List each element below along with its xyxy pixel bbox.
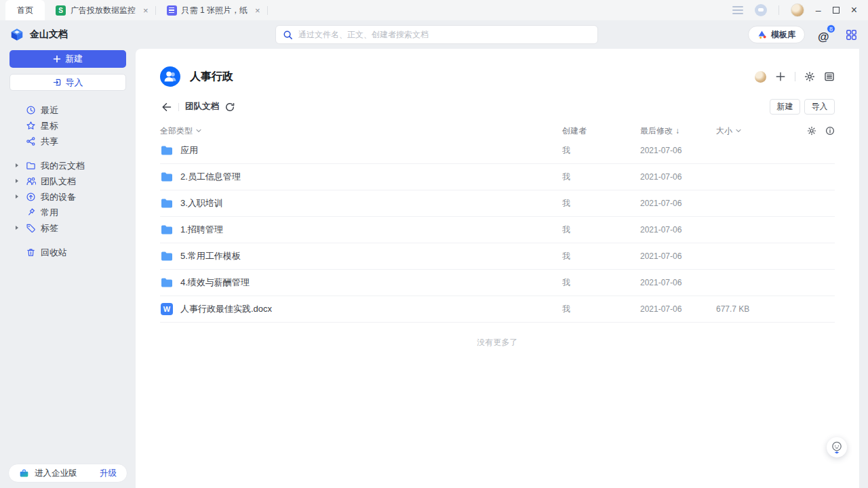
doc-icon bbox=[167, 5, 177, 16]
type-filter[interactable]: 全部类型 bbox=[160, 125, 193, 137]
sidebar-item[interactable]: 标签 bbox=[0, 220, 136, 236]
row-size: 677.7 KB bbox=[716, 304, 794, 314]
close-tab-icon[interactable]: × bbox=[255, 5, 260, 16]
close-button[interactable]: × bbox=[851, 5, 857, 16]
tab-writer-doc[interactable]: 只需 1 张照片，纸 × bbox=[156, 0, 267, 20]
breadcrumb[interactable]: 团队文档 bbox=[185, 101, 219, 113]
column-modified[interactable]: 最后修改 bbox=[640, 125, 673, 137]
tab-spreadsheet-doc[interactable]: S 广告投放数据监控 × bbox=[45, 0, 155, 20]
brand: 金山文档 bbox=[9, 20, 68, 49]
tag-icon bbox=[26, 223, 36, 233]
sidebar-item-label: 最近 bbox=[41, 104, 58, 117]
row-modified: 2021-07-06 bbox=[640, 199, 716, 208]
file-list: 应用 我 2021-07-06 2.员工信息管理 我 2021-07-06 bbox=[160, 138, 835, 323]
share-icon bbox=[26, 136, 36, 146]
table-header: 全部类型 创建者 最后修改 ↓ 大小 bbox=[160, 124, 835, 138]
add-member-icon[interactable] bbox=[775, 71, 786, 82]
row-name: 5.常用工作模板 bbox=[180, 250, 241, 262]
import-button[interactable]: 导入 bbox=[804, 99, 835, 115]
new-button[interactable]: 新建 bbox=[770, 99, 800, 115]
folder-icon bbox=[160, 276, 174, 289]
sidebar-item[interactable]: 回收站 bbox=[0, 245, 136, 260]
settings-gear-icon[interactable] bbox=[804, 71, 815, 82]
table-row[interactable]: 应用 我 2021-07-06 bbox=[160, 138, 835, 164]
expand-arrow-icon[interactable] bbox=[16, 179, 18, 183]
expand-arrow-icon[interactable] bbox=[16, 226, 18, 230]
member-avatar[interactable] bbox=[755, 71, 766, 83]
back-arrow-icon[interactable] bbox=[160, 101, 172, 113]
template-library-icon bbox=[757, 30, 767, 39]
row-creator: 我 bbox=[562, 171, 640, 183]
main-content: 人事行政 团队文档 新建 导入 bbox=[136, 49, 859, 488]
new-document-button[interactable]: 新建 bbox=[9, 50, 126, 68]
table-row[interactable]: 2.员工信息管理 我 2021-07-06 bbox=[160, 164, 835, 190]
table-row[interactable]: 4.绩效与薪酬管理 我 2021-07-06 bbox=[160, 270, 835, 296]
sidebar-item-label: 共享 bbox=[41, 136, 58, 148]
maximize-button[interactable] bbox=[833, 7, 840, 14]
sidebar-item[interactable]: 共享 bbox=[0, 134, 136, 149]
briefcase-icon bbox=[19, 468, 29, 479]
sidebar-item-label: 星标 bbox=[41, 120, 58, 132]
info-icon[interactable] bbox=[825, 126, 835, 136]
sidebar-item[interactable]: 最近 bbox=[0, 102, 136, 118]
row-modified: 2021-07-06 bbox=[640, 251, 716, 261]
sidebar-item[interactable]: 我的云文档 bbox=[0, 158, 136, 174]
mentions-button[interactable]: @ 8 bbox=[818, 26, 833, 43]
tab-label: 广告投放数据监控 bbox=[71, 5, 136, 16]
feedback-chat-icon[interactable] bbox=[755, 4, 767, 16]
app-header: 金山文档 模板库 @ 8 bbox=[0, 20, 868, 49]
column-settings-icon[interactable] bbox=[807, 126, 816, 136]
enterprise-button[interactable]: 进入企业版 升级 bbox=[8, 464, 127, 483]
tab-home[interactable]: 首页 bbox=[5, 0, 45, 20]
template-library-button[interactable]: 模板库 bbox=[748, 26, 805, 43]
divider bbox=[778, 5, 779, 15]
column-creator[interactable]: 创建者 bbox=[562, 126, 587, 136]
row-name: 应用 bbox=[180, 144, 198, 157]
expand-arrow-icon[interactable] bbox=[16, 195, 18, 199]
table-row[interactable]: 3.入职培训 我 2021-07-06 bbox=[160, 190, 835, 217]
mascot-icon bbox=[829, 439, 845, 455]
row-name: 人事行政最佳实践.docx bbox=[180, 303, 272, 315]
pin-icon bbox=[26, 207, 36, 218]
upgrade-link[interactable]: 升级 bbox=[100, 468, 117, 479]
sidebar-item[interactable]: 常用 bbox=[0, 205, 136, 220]
table-row[interactable]: 1.招聘管理 我 2021-07-06 bbox=[160, 217, 835, 243]
row-name: 3.入职培训 bbox=[180, 197, 223, 209]
sidebar-item[interactable]: 我的设备 bbox=[0, 189, 136, 205]
column-size[interactable]: 大小 bbox=[716, 125, 732, 137]
import-button[interactable]: 导入 bbox=[9, 74, 126, 91]
kdocs-logo-icon bbox=[9, 27, 24, 42]
minimize-button[interactable]: – bbox=[816, 5, 821, 15]
sidebar-item-label: 常用 bbox=[41, 207, 58, 219]
table-row[interactable]: W 人事行政最佳实践.docx 我 2021-07-06 677.7 KB bbox=[160, 296, 835, 323]
row-modified: 2021-07-06 bbox=[640, 146, 716, 155]
close-tab-icon[interactable]: × bbox=[143, 5, 149, 16]
row-modified: 2021-07-06 bbox=[640, 278, 716, 287]
notification-badge: 8 bbox=[827, 24, 835, 33]
row-modified: 2021-07-06 bbox=[640, 225, 716, 235]
sidebar-item[interactable]: 团队文档 bbox=[0, 174, 136, 189]
team-avatar[interactable] bbox=[160, 66, 180, 87]
sidebar: 新建 导入 最近星标共享我的云文档团队文档我的设备常用标签回收站 进入企业版 升… bbox=[0, 49, 136, 488]
list-view-icon[interactable] bbox=[824, 71, 835, 82]
apps-grid-icon[interactable] bbox=[846, 29, 857, 41]
new-document-label: 新建 bbox=[65, 53, 83, 65]
row-creator: 我 bbox=[562, 251, 640, 262]
sidebar-nav: 最近星标共享我的云文档团队文档我的设备常用标签回收站 bbox=[0, 102, 136, 260]
tab-label: 只需 1 张照片，纸 bbox=[182, 5, 248, 16]
menu-icon[interactable] bbox=[732, 6, 743, 14]
chevron-down-icon bbox=[736, 129, 741, 133]
window-tab-bar: 首页 S 广告投放数据监控 × 只需 1 张照片，纸 × – × bbox=[0, 0, 868, 20]
spreadsheet-icon: S bbox=[56, 5, 66, 16]
table-row[interactable]: 5.常用工作模板 我 2021-07-06 bbox=[160, 243, 835, 270]
user-avatar[interactable] bbox=[791, 3, 804, 17]
import-icon bbox=[53, 78, 62, 87]
sort-desc-icon[interactable]: ↓ bbox=[675, 126, 679, 136]
search-bar[interactable] bbox=[275, 25, 598, 44]
expand-arrow-icon[interactable] bbox=[16, 163, 18, 167]
sidebar-item-label: 团队文档 bbox=[41, 176, 76, 188]
refresh-icon[interactable] bbox=[225, 102, 235, 112]
assistant-mascot-button[interactable] bbox=[827, 437, 847, 458]
sidebar-item[interactable]: 星标 bbox=[0, 118, 136, 134]
search-input[interactable] bbox=[298, 30, 591, 39]
